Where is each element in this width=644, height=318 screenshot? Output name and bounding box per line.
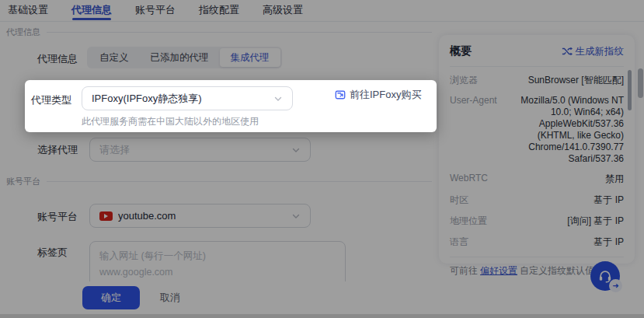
proxy-type-value: IPFoxy(IPFoxy静态独享) (92, 92, 267, 106)
profile-edit-dialog: 基础设置 代理信息 账号平台 指纹配置 高级设置 代理信息 代理信息 自定义 已… (0, 0, 644, 318)
proxy-type-hint: 此代理服务商需在中国大陆以外的地区使用 (82, 115, 259, 128)
external-link-icon (335, 89, 346, 100)
buy-ipfoxy-link[interactable]: 前往IPFoxy购买 (335, 88, 421, 102)
proxy-type-dropdown[interactable]: IPFoxy(IPFoxy静态独享) (82, 86, 293, 110)
tour-spotlight-proxy-type: 代理类型 IPFoxy(IPFoxy静态独享) 前往IPFoxy购买 此代理服务… (25, 80, 437, 132)
chevron-down-icon (273, 94, 283, 103)
dim-overlay (0, 0, 644, 318)
buy-ipfoxy-label: 前往IPFoxy购买 (350, 88, 421, 102)
proxy-type-label: 代理类型 (31, 93, 71, 107)
